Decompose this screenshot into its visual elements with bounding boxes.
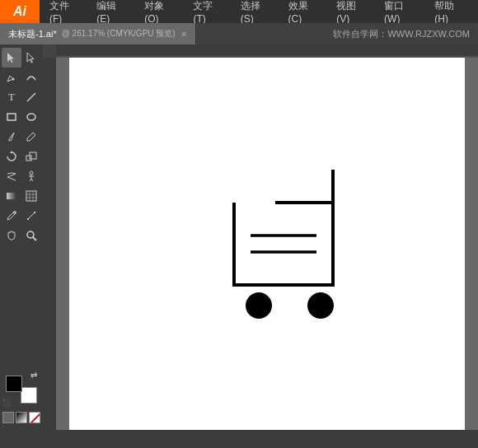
ruler-top: [43, 44, 478, 58]
tool-row-rotate: [0, 147, 43, 166]
svg-rect-14: [7, 193, 16, 199]
menu-help[interactable]: 帮助(H): [428, 0, 475, 26]
svg-point-9: [30, 171, 33, 175]
menu-file[interactable]: 文件(F): [43, 0, 88, 26]
tool-row-eyedropper: [0, 206, 43, 226]
tab-bar: 未标题-1.ai* @ 261.17% (CMYK/GPU 预览) ✕ 软件自学…: [0, 23, 478, 44]
tool-row-zoom: [0, 226, 43, 245]
line-tool[interactable]: [21, 87, 41, 107]
direct-select-tool[interactable]: [21, 48, 41, 68]
shopping-cart-artwork: [168, 153, 366, 334]
rotate-tool[interactable]: [2, 147, 21, 166]
svg-point-32: [307, 292, 334, 319]
menu-items: 文件(F) 编辑(E) 对象(O) 文字(T) 选择(S) 效果(C) 视图(V…: [40, 0, 478, 26]
measure-icon: [26, 210, 37, 222]
menu-view[interactable]: 视图(V): [330, 0, 376, 26]
gradient-color-btn[interactable]: [16, 412, 27, 423]
gradient-tool[interactable]: [2, 186, 21, 206]
pencil-icon: [26, 131, 37, 142]
tool-row-select: [0, 48, 43, 68]
bottom-bar: [0, 430, 478, 448]
menu-select[interactable]: 选择(S): [234, 0, 280, 26]
tab-website: 软件自学网：WWW.RJZXW.COM: [325, 23, 478, 44]
svg-line-25: [33, 237, 36, 240]
zoom-icon: [26, 230, 37, 241]
rect-tool[interactable]: [2, 107, 21, 127]
svg-point-24: [27, 231, 34, 238]
svg-line-21: [27, 212, 35, 220]
eyedropper-icon: [6, 210, 17, 222]
puppet-tool[interactable]: [21, 166, 41, 186]
svg-marker-1: [27, 53, 34, 63]
svg-point-31: [246, 292, 272, 319]
svg-line-13: [31, 179, 33, 181]
color-mode-row: [2, 412, 40, 423]
menu-object[interactable]: 对象(O): [138, 0, 185, 26]
ruler-corner: [43, 44, 56, 58]
scale-tool[interactable]: [21, 147, 41, 166]
pencil-tool[interactable]: [21, 127, 41, 147]
select-icon: [6, 52, 17, 63]
svg-rect-7: [26, 156, 31, 161]
svg-marker-0: [7, 53, 14, 63]
swap-colors-icon[interactable]: ⇄: [30, 371, 37, 380]
mesh-icon: [26, 190, 37, 202]
ellipse-tool[interactable]: [21, 107, 41, 127]
ellipse-icon: [26, 111, 37, 123]
zoom-tool[interactable]: [21, 226, 41, 245]
svg-line-3: [27, 93, 35, 101]
tab-document[interactable]: 未标题-1.ai* @ 261.17% (CMYK/GPU 预览) ✕: [0, 23, 196, 44]
menu-bar: Ai 文件(F) 编辑(E) 对象(O) 文字(T) 选择(S) 效果(C) 视…: [0, 0, 478, 23]
select-tool[interactable]: [2, 48, 21, 68]
fg-color-swatch[interactable]: [6, 376, 22, 392]
ruler-left: [43, 58, 56, 430]
tab-label: 未标题-1.ai*: [8, 28, 57, 40]
mesh-tool[interactable]: [21, 186, 41, 206]
tool-row-warp: [0, 166, 43, 186]
tool-row-type: T: [0, 87, 43, 107]
brush-tool[interactable]: [2, 127, 21, 147]
measure-tool[interactable]: [21, 206, 41, 226]
warp-icon: [6, 170, 17, 182]
type-tool[interactable]: T: [2, 87, 21, 107]
svg-rect-15: [26, 191, 36, 201]
svg-rect-4: [7, 114, 16, 120]
menu-text[interactable]: 文字(T): [186, 0, 232, 26]
pen-tool[interactable]: [2, 68, 21, 87]
main-area: T: [0, 44, 478, 430]
pen-icon: [6, 72, 17, 83]
menu-effect[interactable]: 效果(C): [282, 0, 329, 26]
gradient-icon: [6, 190, 17, 202]
toolbar: T: [0, 44, 43, 430]
solid-color-btn[interactable]: [2, 412, 14, 423]
none-color-btn[interactable]: [29, 412, 40, 423]
tab-subtitle: @ 261.17% (CMYK/GPU 预览): [62, 28, 176, 40]
tab-close-button[interactable]: ✕: [180, 30, 187, 39]
tool-row-brush: [0, 127, 43, 147]
curvature-icon: [26, 72, 37, 83]
tool-row-pen: [0, 68, 43, 87]
svg-point-5: [27, 114, 35, 120]
warp-tool[interactable]: [2, 166, 21, 186]
rotate-icon: [6, 151, 17, 162]
type-icon: T: [8, 91, 15, 104]
menu-window[interactable]: 窗口(W): [377, 0, 426, 26]
tool-row-shape: [0, 107, 43, 127]
svg-point-2: [12, 78, 15, 81]
scale-icon: [26, 151, 37, 162]
app-logo: Ai: [0, 0, 40, 23]
ruler-top-ticks: [56, 44, 478, 58]
tool-row-gradient: [0, 186, 43, 206]
puppet-icon: [26, 170, 37, 182]
default-colors-icon[interactable]: ⬛: [2, 399, 11, 407]
hand-tool[interactable]: [2, 226, 21, 245]
curvature-tool[interactable]: [21, 68, 41, 87]
menu-edit[interactable]: 编辑(E): [90, 0, 136, 26]
canvas-content: [69, 54, 465, 430]
hand-icon: [6, 230, 17, 241]
rect-icon: [6, 111, 17, 123]
bg-color-swatch[interactable]: [21, 387, 37, 404]
line-icon: [26, 91, 37, 103]
brush-icon: [6, 131, 17, 142]
eyedropper-tool[interactable]: [2, 206, 21, 226]
